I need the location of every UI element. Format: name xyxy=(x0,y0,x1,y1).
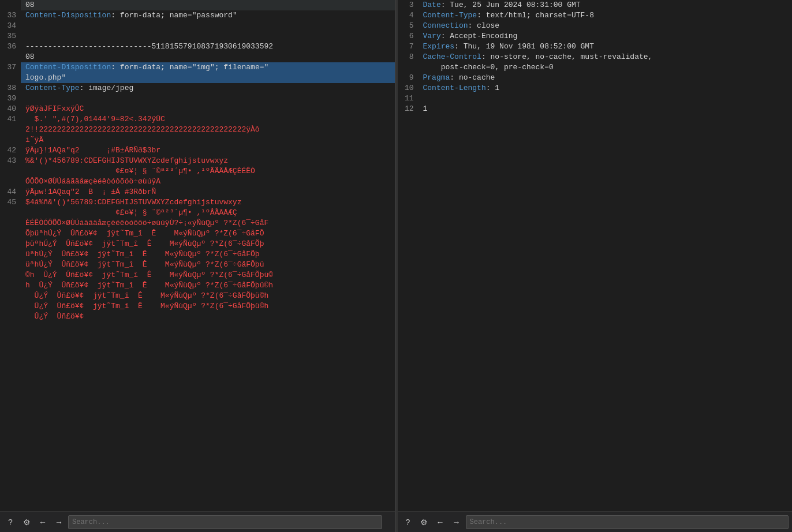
line-content: logo.php" xyxy=(21,73,395,83)
line-number xyxy=(0,218,21,228)
table-row: Û¿Ý Ûñ£ö¥¢ jÿt˜Tm_î Ê M«ýÑùQµº ?*Z(6¯÷Gå… xyxy=(0,301,395,312)
right-toolbar: ? ⚙ ← → xyxy=(398,511,793,532)
line-number: 35 xyxy=(0,31,21,42)
line-content: Û¿Ý Ûñ£ö¥¢ jÿt˜Tm_î Ê M«ýÑùQµº ?*Z(6¯÷Gå… xyxy=(21,301,395,312)
table-row: 2!!2222222222222222222222222222222222222… xyxy=(0,125,395,135)
line-content: Û¿Ý Ûñ£ö¥¢ jÿt˜Tm_î Ê M«ýÑùQµº ?*Z(6¯÷Gå… xyxy=(21,291,395,301)
left-search-input[interactable] xyxy=(68,515,382,529)
left-toolbar: ? ⚙ ← → xyxy=(0,511,395,532)
line-number xyxy=(0,260,21,270)
right-next-button[interactable]: → xyxy=(450,515,464,529)
line-number: 36 xyxy=(0,42,21,52)
line-number: 7 xyxy=(398,42,419,52)
table-row: 37Content-Disposition: form-data; name="… xyxy=(0,62,395,73)
line-content xyxy=(419,93,793,104)
right-panel: 3Date: Tue, 25 Jun 2024 08:31:00 GMT4Con… xyxy=(398,0,793,532)
line-number: 11 xyxy=(398,93,419,104)
line-number xyxy=(0,73,21,83)
line-content: üªhÚ¿Ý Ûñ£ö¥¢ jÿt˜Tm_î Ê M«ýÑùQµº ?*Z(6¯… xyxy=(21,260,395,270)
line-content: ÿÄµw!1AQaq"2 B ¡ ±Á #3RðbrÑ xyxy=(21,187,395,197)
table-row: ÓÔÕÖ×ØÙÚáâãäåæçèéêòóôõöö÷øùúÿÄ xyxy=(0,177,395,187)
table-row: 3Date: Tue, 25 Jun 2024 08:31:00 GMT xyxy=(398,0,793,10)
table-row: 10Content-Length: 1 xyxy=(398,83,793,93)
line-content: ÿØÿàJFIFxxÿÛC xyxy=(21,104,395,114)
right-settings-button[interactable]: ⚙ xyxy=(417,515,431,529)
table-row: 121 xyxy=(398,104,793,114)
table-row: 08 xyxy=(0,0,395,10)
line-content: Content-Disposition: form-data; name="im… xyxy=(21,62,395,73)
line-number: 38 xyxy=(0,83,21,93)
line-content: ÕþüªhÚ¿Ý Ûñ£ö¥¢ jÿt˜Tm_î Ê M«ýÑùQµº ?*Z(… xyxy=(21,228,395,239)
line-number: 37 xyxy=(0,62,21,73)
left-next-button[interactable]: → xyxy=(52,515,66,529)
line-number xyxy=(0,228,21,239)
line-number: 9 xyxy=(398,73,419,83)
table-row: 08 xyxy=(0,52,395,62)
line-number: 12 xyxy=(398,104,419,114)
table-row: ©h Û¿Ý Ûñ£ö¥¢ jÿt˜Tm_î Ê M«ýÑùQµº ?*Z(6¯… xyxy=(0,270,395,280)
line-content: Pragma: no-cache xyxy=(419,73,793,83)
line-content: 1 xyxy=(419,104,793,114)
line-content: Date: Tue, 25 Jun 2024 08:31:00 GMT xyxy=(419,0,793,10)
line-content: ÈÉÊÒÓÔÕÖ×ØÙÚáâãäåæçèéêòóôõö÷øùúÿÙ?÷¡«ýÑù… xyxy=(21,218,395,228)
line-number xyxy=(0,208,21,218)
line-number: 6 xyxy=(398,31,419,42)
line-content: Content-Length: 1 xyxy=(419,83,793,93)
left-settings-button[interactable]: ⚙ xyxy=(20,515,33,529)
table-row: ì˜ÿÄ xyxy=(0,135,395,145)
table-row: 45$4á%ñ&'()*56789:CDEFGHIJSTUVWXYZcdefgh… xyxy=(0,197,395,208)
line-number: 43 xyxy=(0,156,21,166)
table-row: 39 xyxy=(0,93,395,104)
table-row: 43%&'()*456789:CDEFGHIJSTUVWXYZcdefghijs… xyxy=(0,156,395,166)
line-number xyxy=(0,52,21,62)
line-number: 41 xyxy=(0,114,21,125)
table-row: 6Vary: Accept-Encoding xyxy=(398,31,793,42)
line-number: 10 xyxy=(398,83,419,93)
line-number: 42 xyxy=(0,145,21,156)
line-content: Connection: close xyxy=(419,21,793,31)
line-number: 5 xyxy=(398,21,419,31)
line-content xyxy=(21,31,395,42)
line-content: h Û¿Ý Ûñ£ö¥¢ jÿt˜Tm_î Ê M«ýÑùQµº ?*Z(6¯÷… xyxy=(21,280,395,291)
line-content: Expires: Thu, 19 Nov 1981 08:52:00 GMT xyxy=(419,42,793,52)
line-content: Vary: Accept-Encoding xyxy=(419,31,793,42)
table-row: þüªhÚ¿Ý Ûñ£ö¥¢ jÿt˜Tm_î Ê M«ýÑùQµº ?*Z(6… xyxy=(0,239,395,249)
table-row: logo.php" xyxy=(0,73,395,83)
table-row: 42ÿÄµ}!1AQa"q2 ¡#B±ÁRÑð$3br xyxy=(0,145,395,156)
line-content: 08 xyxy=(21,52,395,62)
line-number xyxy=(0,166,21,177)
line-number xyxy=(398,62,419,73)
line-content: Content-Disposition: form-data; name="pa… xyxy=(21,10,395,21)
left-code-area[interactable]: 0833Content-Disposition: form-data; name… xyxy=(0,0,395,511)
line-content: 2!!2222222222222222222222222222222222222… xyxy=(21,125,395,135)
table-row: ÕþüªhÚ¿Ý Ûñ£ö¥¢ jÿt˜Tm_î Ê M«ýÑùQµº ?*Z(… xyxy=(0,228,395,239)
right-help-button[interactable]: ? xyxy=(401,515,415,529)
right-code-area[interactable]: 3Date: Tue, 25 Jun 2024 08:31:00 GMT4Con… xyxy=(398,0,793,511)
table-row: 41 $.' ",#(7),01444'9=82<.342ÿÛC xyxy=(0,114,395,125)
table-row: Û¿Ý Ûñ£ö¥¢ xyxy=(0,312,395,322)
left-prev-button[interactable]: ← xyxy=(36,515,50,529)
line-number xyxy=(0,301,21,312)
line-number xyxy=(0,177,21,187)
table-row: ¢£¤¥¦ § ¨©ª²³´µ¶• ,¹ºÂÃÄÅÆÇ xyxy=(0,208,395,218)
line-content: ÓÔÕÖ×ØÙÚáâãäåæçèéêòóôõöö÷øùúÿÄ xyxy=(21,177,395,187)
line-number: 45 xyxy=(0,197,21,208)
line-number: 39 xyxy=(0,93,21,104)
left-panel: 0833Content-Disposition: form-data; name… xyxy=(0,0,395,532)
line-content: Content-Type: text/html; charset=UTF-8 xyxy=(419,10,793,21)
line-content: ----------------------------511815579108… xyxy=(21,42,395,52)
line-content: %&'()*456789:CDEFGHIJSTUVWXYZcdefghijstu… xyxy=(21,156,395,166)
table-row: 11 xyxy=(398,93,793,104)
table-row: 34 xyxy=(0,21,395,31)
right-search-input[interactable] xyxy=(466,515,789,529)
line-number xyxy=(0,239,21,249)
table-row: 9Pragma: no-cache xyxy=(398,73,793,83)
table-row: h Û¿Ý Ûñ£ö¥¢ jÿt˜Tm_î Ê M«ýÑùQµº ?*Z(6¯÷… xyxy=(0,280,395,291)
line-content: Û¿Ý Ûñ£ö¥¢ xyxy=(21,312,395,322)
table-row: ¢£¤¥¦ § ¨©ª²³´µ¶• ,¹ºÂÃÄÅÆÇÈÉÊÒ xyxy=(0,166,395,177)
right-prev-button[interactable]: ← xyxy=(434,515,447,529)
left-help-button[interactable]: ? xyxy=(3,515,17,529)
line-content: ÿÄµ}!1AQa"q2 ¡#B±ÁRÑð$3br xyxy=(21,145,395,156)
line-number xyxy=(0,280,21,291)
line-content: þüªhÚ¿Ý Ûñ£ö¥¢ jÿt˜Tm_î Ê M«ýÑùQµº ?*Z(6… xyxy=(21,239,395,249)
